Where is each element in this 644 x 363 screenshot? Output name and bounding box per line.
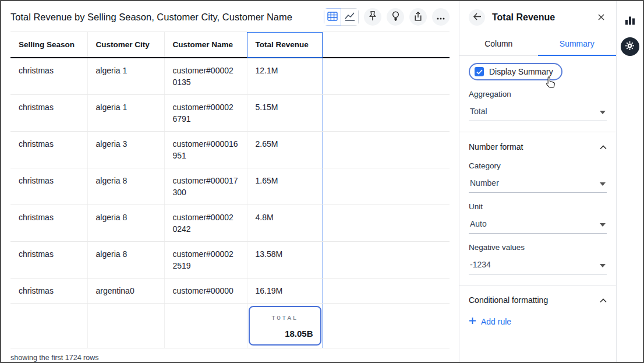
cell-empty	[323, 168, 450, 205]
aggregation-value: Total	[470, 107, 487, 116]
aggregation-select[interactable]: Total	[469, 103, 607, 121]
cell-season[interactable]: christmas	[10, 279, 87, 304]
pin-button[interactable]	[364, 8, 381, 26]
cell-revenue[interactable]: 2.65M	[247, 132, 323, 168]
close-panel-button[interactable]	[596, 11, 607, 24]
table-row: christmas algeria 8 customer#00002 2519 …	[10, 242, 450, 279]
table-row: christmas algeria 1 customer#00002 6791 …	[10, 95, 450, 132]
cell-revenue[interactable]: 12.1M	[247, 58, 323, 95]
panel-tabs: Column Summary	[459, 34, 616, 56]
cell-revenue[interactable]: 4.8M	[247, 205, 323, 242]
cell-city[interactable]: algeria 8	[87, 242, 164, 279]
cell-empty	[164, 304, 247, 348]
table-view-button[interactable]	[324, 8, 341, 26]
right-icon-strip	[616, 1, 643, 362]
column-header-total-revenue[interactable]: Total Revenue	[247, 32, 323, 58]
cell-empty	[323, 279, 450, 304]
cell-revenue[interactable]: 1.65M	[247, 168, 323, 205]
settings-button[interactable]	[621, 37, 639, 56]
cell-customer[interactable]: customer#00002 0242	[164, 205, 247, 242]
answer-area: Total Revenue by Selling Season, Custome…	[1, 1, 459, 362]
cell-revenue[interactable]: 16.19M	[247, 279, 323, 304]
table-row: christmas algeria 3 customer#000016 951 …	[10, 132, 450, 168]
cell-customer[interactable]: customer#00002 6791	[164, 95, 247, 132]
cell-customer[interactable]: customer#00002 0135	[164, 58, 247, 95]
cell-customer[interactable]: customer#00002 2519	[164, 242, 247, 279]
conditional-formatting-section-header[interactable]: Conditional formatting	[469, 295, 607, 305]
table-total-row: TOTAL 18.05B	[10, 304, 450, 348]
cell-season[interactable]: christmas	[10, 168, 87, 205]
panel-title: Total Revenue	[492, 12, 596, 23]
unit-label: Unit	[469, 202, 607, 211]
column-header-customer-name[interactable]: Customer Name	[164, 32, 247, 58]
answer-header: Total Revenue by Selling Season, Custome…	[1, 1, 459, 30]
bar-chart-icon	[625, 18, 635, 27]
cell-city[interactable]: algeria 1	[87, 58, 164, 95]
unit-select[interactable]: Auto	[469, 216, 607, 234]
cell-empty	[323, 205, 450, 242]
cell-city[interactable]: algeria 3	[87, 132, 164, 168]
conditional-formatting-title: Conditional formatting	[469, 295, 548, 305]
category-select[interactable]: Number	[469, 175, 607, 193]
column-header-empty	[323, 32, 450, 58]
pin-icon	[369, 11, 377, 23]
display-summary-checkbox[interactable]	[475, 67, 484, 76]
cell-empty	[87, 304, 164, 348]
share-button[interactable]	[409, 8, 427, 26]
cell-season[interactable]: christmas	[10, 58, 87, 95]
cell-city[interactable]: algeria 8	[87, 168, 164, 205]
table-row: christmas algeria 1 customer#00002 0135 …	[10, 58, 450, 95]
share-icon	[414, 12, 422, 23]
column-header-customer-city[interactable]: Customer City	[87, 32, 164, 58]
column-settings-panel: Total Revenue Column Summary Display Sum…	[459, 1, 616, 362]
chart-config-button[interactable]	[625, 15, 635, 27]
summary-total-box[interactable]: TOTAL 18.05B	[249, 306, 321, 346]
insights-button[interactable]	[387, 8, 404, 26]
lightbulb-icon	[392, 11, 399, 23]
row-count-note: showing the first 1724 rows	[10, 354, 98, 362]
table-row: christmas algeria 8 customer#000017 300 …	[10, 168, 450, 205]
cell-season[interactable]: christmas	[10, 242, 87, 279]
cell-city[interactable]: algeria 8	[87, 205, 164, 242]
negative-values-label: Negative values	[469, 243, 607, 252]
number-format-section-header[interactable]: Number format	[469, 142, 607, 152]
more-icon	[437, 13, 445, 22]
cell-season[interactable]: christmas	[10, 95, 87, 132]
cell-season[interactable]: christmas	[10, 205, 87, 242]
cell-customer[interactable]: customer#00000	[164, 279, 247, 304]
more-options-button[interactable]	[432, 8, 450, 26]
plus-icon	[469, 317, 476, 326]
aggregation-label: Aggregation	[469, 90, 607, 98]
add-rule-button[interactable]: Add rule	[469, 317, 607, 326]
tab-column[interactable]: Column	[459, 34, 538, 55]
table-row: christmas argentina0 customer#00000 16.1…	[10, 279, 450, 304]
cell-city[interactable]: argentina0	[87, 279, 164, 304]
close-icon	[598, 13, 604, 22]
back-button[interactable]	[469, 9, 485, 26]
cell-revenue[interactable]: 13.58M	[247, 242, 323, 279]
table-row: christmas algeria 8 customer#00002 0242 …	[10, 205, 450, 242]
cell-empty	[323, 304, 450, 348]
cell-empty	[323, 95, 450, 132]
gear-icon	[625, 41, 635, 52]
cell-customer[interactable]: customer#000017 300	[164, 168, 247, 205]
tab-summary[interactable]: Summary	[538, 34, 617, 56]
negative-values-select[interactable]: -1234	[469, 256, 607, 274]
cell-empty	[323, 242, 450, 279]
data-table: Selling Season Customer City Customer Na…	[10, 31, 450, 348]
summary-total-label: TOTAL	[257, 312, 313, 324]
checkbox-check-icon	[476, 66, 483, 77]
unit-value: Auto	[470, 219, 487, 228]
chevron-up-icon	[600, 295, 607, 305]
cell-season[interactable]: christmas	[10, 132, 87, 168]
column-header-selling-season[interactable]: Selling Season	[10, 32, 87, 58]
chart-view-button[interactable]	[341, 8, 359, 26]
add-rule-label: Add rule	[481, 317, 511, 326]
category-label: Category	[469, 161, 607, 170]
cell-revenue[interactable]: 5.15M	[247, 95, 323, 132]
answer-toolbar	[324, 8, 450, 26]
cell-customer[interactable]: customer#000016 951	[164, 132, 247, 168]
display-summary-option[interactable]: Display Summary	[469, 63, 562, 80]
cell-city[interactable]: algeria 1	[87, 95, 164, 132]
chevron-up-icon	[600, 142, 607, 152]
